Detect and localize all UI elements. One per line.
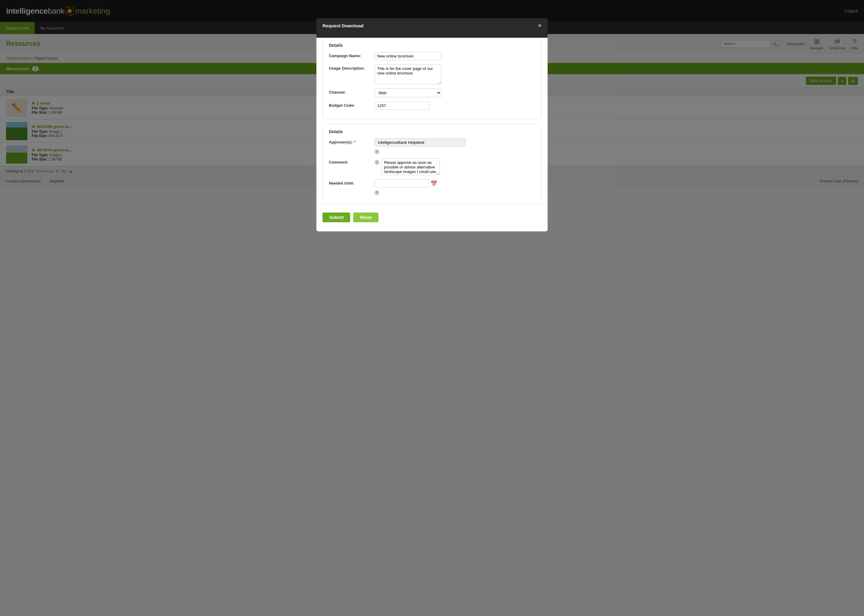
modal-close-button[interactable]: × bbox=[538, 22, 541, 28]
approvers-row: Approver(s): * IntelligenceBank Helpdesk… bbox=[329, 138, 535, 154]
modal-header: Request Download × bbox=[316, 18, 548, 33]
comment-textarea[interactable] bbox=[381, 159, 440, 175]
needed-until-input[interactable] bbox=[375, 179, 429, 188]
submit-button[interactable]: Submit bbox=[323, 212, 350, 222]
budget-code-input[interactable] bbox=[375, 102, 429, 110]
needed-until-label: Needed Until: bbox=[329, 179, 371, 185]
modal-title: Request Download bbox=[323, 23, 364, 28]
channel-select[interactable]: Web Print Social Media Other bbox=[375, 88, 441, 97]
campaign-name-label: Campaign Name: bbox=[329, 52, 371, 58]
details-section-1: Details Campaign Name: Usage Description… bbox=[323, 38, 541, 119]
comment-help-icon[interactable]: ? bbox=[375, 160, 379, 165]
section1-legend: Details bbox=[329, 43, 535, 48]
campaign-name-row: Campaign Name: bbox=[329, 52, 535, 60]
usage-description-row: Usage Description: bbox=[329, 64, 535, 84]
modal-overlay: Request Download × Details Campaign Name… bbox=[0, 0, 864, 616]
modal-footer: Submit Reset bbox=[316, 209, 548, 225]
comment-row: Comment: ? bbox=[329, 159, 535, 175]
usage-description-textarea[interactable] bbox=[375, 64, 441, 84]
date-input-wrap: 📅 bbox=[375, 179, 437, 188]
budget-code-label: Budget Code: bbox=[329, 102, 371, 108]
usage-description-label: Usage Description: bbox=[329, 64, 371, 71]
approvers-help-icon[interactable]: ? bbox=[375, 149, 379, 154]
budget-code-row: Budget Code: bbox=[329, 102, 535, 110]
section2-legend: Details bbox=[329, 129, 535, 134]
campaign-name-input[interactable] bbox=[375, 52, 441, 60]
channel-label: Channel: bbox=[329, 88, 371, 94]
needed-until-help-icon[interactable]: ? bbox=[375, 190, 379, 195]
needed-until-row: Needed Until: 📅 ? bbox=[329, 179, 535, 195]
reset-button[interactable]: Reset bbox=[353, 212, 378, 222]
approvers-value: IntelligenceBank Helpdesk bbox=[375, 138, 466, 146]
details-section-2: Details Approver(s): * IntelligenceBank … bbox=[323, 124, 541, 204]
calendar-button[interactable]: 📅 bbox=[430, 180, 437, 187]
modal-body: Details Campaign Name: Usage Description… bbox=[316, 38, 548, 231]
channel-row: Channel: Web Print Social Media Other bbox=[329, 88, 535, 97]
required-marker: * bbox=[354, 140, 355, 145]
request-download-modal: Request Download × Details Campaign Name… bbox=[316, 18, 548, 231]
comment-label: Comment: bbox=[329, 159, 371, 165]
approvers-label: Approver(s): * bbox=[329, 138, 371, 145]
